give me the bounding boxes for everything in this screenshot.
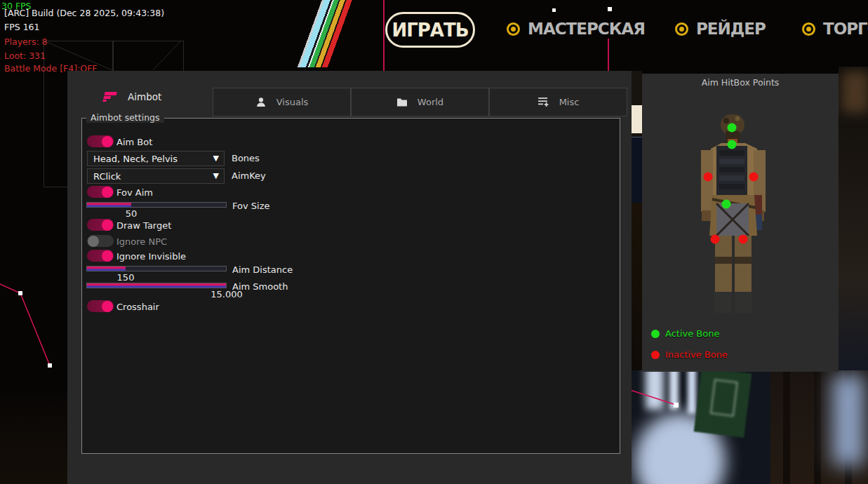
tracer-vertical-line (608, 39, 609, 71)
fov-size-value: 50 (126, 208, 138, 219)
gold-coin-icon (802, 22, 815, 36)
esp-wireframe-box (112, 41, 184, 72)
aimkey-label: AimKey (232, 170, 266, 181)
scene-strip-between-panels (630, 71, 642, 370)
menu-item-trade[interactable]: ТОРГО (802, 20, 868, 38)
scene-light-blob (832, 375, 864, 466)
menu-item-label: МАСТЕРСКАЯ (528, 20, 645, 38)
scene-strip-right (839, 67, 868, 370)
player-model (691, 112, 775, 316)
group-title: Aimbot settings (86, 112, 164, 123)
loot-counter: Loot: 331 (4, 51, 46, 61)
hitbox-panel-title: Aim HitBox Points (642, 77, 839, 88)
ignore-npc-label: Ignore NPC (116, 236, 167, 247)
hitbox-point-pelvis (722, 200, 731, 209)
tracer-vertical-line (383, 0, 385, 71)
scene-light-block (630, 105, 642, 133)
game-screen: 30 FPS [ARC] Build (Dec 28 2025, 09:43:3… (0, 0, 868, 484)
menu-item-label: РЕЙДЕР (696, 20, 766, 38)
toggle-knob (102, 220, 113, 231)
fov-size-label: Fov Size (232, 201, 269, 211)
tab-label: Visuals (276, 97, 309, 107)
bones-label: Bones (232, 153, 260, 163)
aim-smooth-slider[interactable] (86, 283, 227, 288)
person-icon (255, 97, 267, 108)
crosshair-toggle[interactable] (87, 300, 114, 312)
ignore-npc-toggle[interactable] (87, 235, 114, 247)
aim-distance-label: Aim Distance (232, 264, 293, 275)
scene-sign-figure (710, 379, 738, 417)
aim-bot-toggle[interactable] (87, 135, 114, 147)
rainbow-stripes-decal (282, 0, 399, 67)
scene-window-light (688, 370, 696, 414)
playlist-add-icon (538, 97, 549, 107)
inactive-bone-dot-icon (651, 351, 660, 359)
chevron-down-icon: ▼ (213, 154, 219, 163)
hitbox-point-left-arm (704, 173, 713, 182)
aim-bot-label: Aim Bot (116, 137, 152, 147)
scene-exit-sign (694, 370, 752, 438)
menu-item-workshop[interactable]: МАСТЕРСКАЯ (507, 20, 645, 38)
menu-item-raider[interactable]: РЕЙДЕР (675, 20, 766, 38)
scene-window-light (646, 370, 664, 410)
slider-fill (87, 267, 126, 271)
draw-target-toggle[interactable] (87, 219, 114, 231)
scene-beam (783, 370, 790, 484)
aimbot-settings-group: Aimbot settings Aim Bot Head, Neck, Pelv… (81, 118, 620, 454)
aim-distance-value: 150 (117, 272, 135, 283)
toggle-knob (102, 136, 113, 147)
legend-label: Inactive Bone (665, 349, 728, 360)
menu-item-label: ТОРГО (823, 20, 868, 38)
scene-dark-block (630, 137, 642, 203)
tab-aimbot[interactable]: Aimbot (102, 91, 161, 102)
gold-coin-icon (507, 22, 520, 36)
toggle-knob (102, 301, 113, 312)
scene-beam (814, 370, 821, 484)
gold-coin-icon (675, 22, 688, 36)
fov-aim-toggle[interactable] (87, 186, 114, 198)
pistol-icon (102, 91, 117, 102)
fov-size-slider[interactable] (86, 202, 227, 208)
toggle-knob (102, 250, 113, 262)
tab-label: Aimbot (128, 91, 161, 102)
fov-aim-label: Fov Aim (116, 187, 153, 198)
tab-world[interactable]: World (351, 88, 489, 116)
active-bone-dot-icon (651, 330, 660, 338)
scene-dark-block (630, 203, 642, 370)
legend-active-bone: Active Bone (651, 328, 719, 339)
slider-fill (87, 283, 226, 288)
bones-dropdown[interactable]: Head, Neck, Pelvis ▼ (87, 151, 225, 166)
folder-icon (396, 98, 408, 107)
ignore-invisible-toggle[interactable] (87, 250, 114, 262)
cheat-menu-panel: Aimbot Visuals World (67, 71, 632, 484)
fps-label: FPS 161 (4, 22, 40, 32)
hitbox-panel: Aim HitBox Points (642, 74, 839, 372)
hitbox-point-left-knee (711, 235, 720, 244)
toggle-knob (88, 236, 99, 247)
play-button[interactable]: ИГРАТЬ (385, 12, 475, 48)
scene-window-light (669, 370, 679, 410)
dropdown-value: Head, Neck, Pelvis (93, 154, 178, 164)
hitbox-point-neck (728, 140, 737, 149)
legend-inactive-bone: Inactive Bone (651, 349, 728, 360)
tab-label: World (418, 97, 443, 107)
hitbox-point-right-arm (749, 173, 759, 182)
scene-bottom-right (630, 370, 868, 484)
players-counter: Players: 8 (4, 36, 48, 47)
aim-smooth-label: Aim Smooth (232, 281, 288, 292)
draw-target-label: Draw Target (116, 220, 171, 231)
aimkey-dropdown[interactable]: RClick ▼ (87, 168, 225, 184)
slider-fill (87, 203, 131, 207)
build-label: [ARC] Build (Dec 28 2025, 09:43:38) (4, 8, 164, 18)
legend-label: Active Bone (665, 328, 719, 339)
aim-distance-slider[interactable] (86, 266, 227, 271)
scene-light-blob (841, 71, 868, 113)
hitbox-point-head (728, 123, 737, 133)
tab-label: Misc (559, 97, 580, 107)
tab-visuals[interactable]: Visuals (213, 88, 351, 116)
tab-misc[interactable]: Misc (489, 88, 627, 116)
toggle-knob (102, 187, 113, 198)
chevron-down-icon: ▼ (213, 171, 219, 180)
hitbox-point-right-knee (739, 235, 748, 244)
ignore-invisible-label: Ignore Invisible (116, 251, 186, 262)
